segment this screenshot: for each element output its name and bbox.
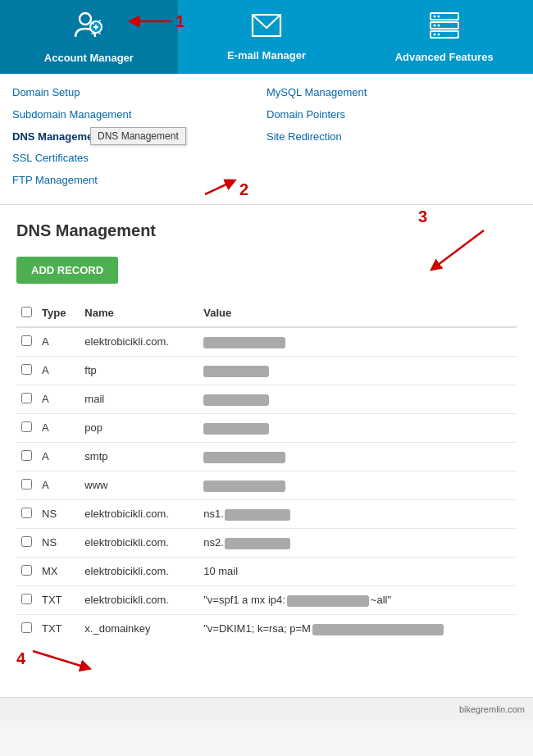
nav-email-manager[interactable]: E-mail Manager xyxy=(178,0,356,74)
record-value: ns2. xyxy=(198,528,517,557)
row-checkbox[interactable] xyxy=(21,393,32,403)
advanced-features-label: Advanced Features xyxy=(395,51,494,63)
col-header-type: Type xyxy=(37,300,80,327)
main-header: Account Manager E-mail Manager xyxy=(0,0,533,74)
record-type: A xyxy=(37,471,80,499)
table-row: A smtp xyxy=(16,442,517,471)
account-manager-label: Account Manager xyxy=(44,52,134,64)
select-all-checkbox[interactable] xyxy=(21,307,32,317)
row-checkbox[interactable] xyxy=(21,421,32,432)
record-value: 10 mail xyxy=(198,557,517,585)
record-value: ns1. xyxy=(198,499,517,528)
main-content: DNS Management ADD RECORD 3 Type Name Va… xyxy=(0,205,533,697)
record-type: A xyxy=(37,442,80,471)
record-type: A xyxy=(37,385,80,413)
svg-point-0 xyxy=(80,13,91,25)
watermark-text: bikegremlin.com xyxy=(459,704,525,714)
table-row: A ftp xyxy=(16,356,517,385)
record-value xyxy=(198,356,517,385)
row-checkbox[interactable] xyxy=(21,335,32,346)
nav-domain-pointers[interactable]: Domain Pointers xyxy=(266,104,521,126)
nav-col-2: MySQL Management Domain Pointers Site Re… xyxy=(266,82,521,192)
record-value: "v=DKIM1; k=rsa; p=M xyxy=(198,614,517,643)
table-row: A mail xyxy=(16,385,517,413)
nav-ftp-management[interactable]: FTP Management xyxy=(12,170,266,192)
table-row: TXT elektrobicikli.com. "v=spf1 a mx ip4… xyxy=(16,585,517,614)
nav-site-redirection[interactable]: Site Redirection xyxy=(266,126,521,148)
svg-point-10 xyxy=(433,33,435,35)
svg-point-7 xyxy=(437,15,440,17)
nav-dropdown: Domain Setup Subdomain Management DNS Ma… xyxy=(0,74,533,205)
record-type: MX xyxy=(37,557,80,585)
table-row: TXT x._domainkey "v=DKIM1; k=rsa; p=M xyxy=(16,614,517,643)
table-row: MX elektrobicikli.com. 10 mail xyxy=(16,557,517,585)
record-name: elektrobicikli.com. xyxy=(80,585,198,614)
record-value xyxy=(198,471,517,499)
nav-mysql-management[interactable]: MySQL Management xyxy=(266,82,521,104)
record-value xyxy=(198,327,517,357)
table-row: NS elektrobicikli.com. ns2. xyxy=(16,528,517,557)
email-manager-icon xyxy=(251,13,282,44)
record-name: mail xyxy=(80,385,198,413)
record-name: pop xyxy=(80,413,198,442)
svg-point-11 xyxy=(437,33,440,35)
record-name: elektrobicikli.com. xyxy=(80,499,198,528)
col-header-name: Name xyxy=(80,300,198,327)
table-row: A www xyxy=(16,471,517,499)
nav-advanced-features[interactable]: Advanced Features xyxy=(355,0,533,74)
svg-line-15 xyxy=(33,651,86,667)
row-checkbox[interactable] xyxy=(21,536,32,547)
nav-account-manager[interactable]: Account Manager xyxy=(0,0,178,74)
col-header-checkbox xyxy=(16,300,37,327)
row-checkbox[interactable] xyxy=(21,594,32,604)
row-checkbox[interactable] xyxy=(21,622,32,633)
record-name: x._domainkey xyxy=(80,614,198,643)
table-row: A elektrobicikli.com. xyxy=(16,327,517,357)
row-checkbox[interactable] xyxy=(21,508,32,518)
record-type: TXT xyxy=(37,614,80,643)
record-name: elektrobicikli.com. xyxy=(80,557,198,585)
record-value: "v=spf1 a mx ip4:~all" xyxy=(198,585,517,614)
record-value xyxy=(198,413,517,442)
record-name: elektrobicikli.com. xyxy=(80,528,198,557)
record-name: elektrobicikli.com. xyxy=(80,327,198,357)
record-type: A xyxy=(37,356,80,385)
record-type: A xyxy=(37,327,80,357)
add-record-button[interactable]: ADD RECORD xyxy=(16,257,118,284)
svg-point-8 xyxy=(433,24,435,26)
record-type: A xyxy=(37,413,80,442)
row-checkbox[interactable] xyxy=(21,565,32,576)
email-manager-label: E-mail Manager xyxy=(227,49,306,61)
nav-ssl-certificates[interactable]: SSL Certificates xyxy=(12,148,266,170)
record-name: www xyxy=(80,471,198,499)
footer-watermark: bikegremlin.com xyxy=(0,697,533,721)
row-checkbox[interactable] xyxy=(21,479,32,490)
record-name: ftp xyxy=(80,356,198,385)
record-value xyxy=(198,442,517,471)
record-type: TXT xyxy=(37,585,80,614)
row-checkbox[interactable] xyxy=(21,450,32,461)
svg-point-9 xyxy=(437,24,440,26)
nav-domain-setup[interactable]: Domain Setup xyxy=(12,82,266,104)
col-header-value: Value xyxy=(198,300,517,327)
dns-management-tooltip: DNS Management xyxy=(90,127,186,145)
dns-table: Type Name Value A elektrobicikli.com. A … xyxy=(16,300,517,643)
advanced-features-icon xyxy=(429,11,460,46)
record-type: NS xyxy=(37,499,80,528)
svg-line-14 xyxy=(435,230,484,267)
record-value xyxy=(198,385,517,413)
account-manager-icon xyxy=(72,11,105,47)
svg-point-6 xyxy=(433,15,435,17)
record-type: NS xyxy=(37,528,80,557)
record-name: smtp xyxy=(80,442,198,471)
nav-subdomain-management[interactable]: Subdomain Management xyxy=(12,104,266,126)
table-row: NS elektrobicikli.com. ns1. xyxy=(16,499,517,528)
table-row: A pop xyxy=(16,413,517,442)
row-checkbox[interactable] xyxy=(21,364,32,375)
